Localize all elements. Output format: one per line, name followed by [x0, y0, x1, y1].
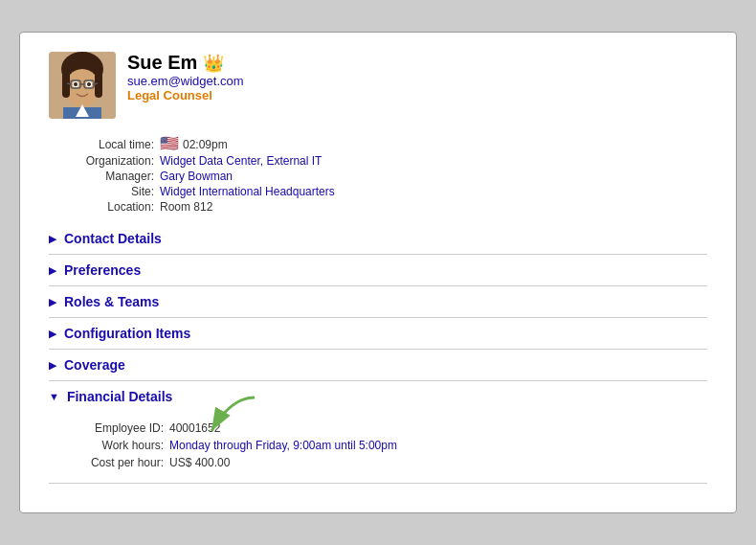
work-hours-label: Work hours: — [49, 439, 164, 452]
financial-header[interactable]: ▼ Financial Details — [49, 381, 707, 412]
location-row: Location: Room 812 — [58, 200, 707, 214]
site-label: Site: — [58, 185, 154, 198]
configuration-items-arrow: ▶ — [49, 328, 56, 340]
employee-id-label: Employee ID: — [49, 421, 164, 435]
svg-point-8 — [87, 82, 91, 86]
roles-teams-section[interactable]: ▶ Roles & Teams — [49, 286, 707, 318]
info-table: Local time: 🇺🇸02:09pm Organization: Widg… — [58, 134, 707, 214]
site-value: Widget International Headquarters — [160, 185, 335, 198]
work-hours-row: Work hours: Monday through Friday, 9:00a… — [49, 439, 707, 452]
profile-card: Sue Em 👑 sue.em@widget.com Legal Counsel… — [19, 32, 737, 513]
roles-teams-label: Roles & Teams — [64, 294, 159, 309]
roles-teams-arrow: ▶ — [49, 296, 56, 308]
manager-row: Manager: Gary Bowman — [58, 170, 707, 183]
manager-value: Gary Bowman — [160, 170, 233, 183]
sections-container: ▶ Contact Details ▶ Preferences ▶ Roles … — [49, 223, 707, 381]
configuration-items-section[interactable]: ▶ Configuration Items — [49, 318, 707, 350]
svg-line-13 — [94, 83, 98, 84]
local-time-value: 🇺🇸02:09pm — [160, 134, 228, 152]
svg-point-2 — [65, 69, 100, 107]
profile-info: Sue Em 👑 sue.em@widget.com Legal Counsel — [127, 52, 244, 102]
name-row: Sue Em 👑 — [127, 52, 244, 74]
annotation-arrow — [192, 393, 269, 443]
email-link[interactable]: sue.em@widget.com — [127, 74, 244, 88]
location-value: Room 812 — [160, 200, 212, 214]
job-title: Legal Counsel — [127, 88, 244, 102]
org-label: Organization: — [58, 154, 154, 168]
manager-link[interactable]: Gary Bowman — [160, 170, 233, 183]
svg-point-7 — [74, 82, 78, 86]
manager-label: Manager: — [58, 170, 154, 183]
contact-details-arrow: ▶ — [49, 233, 56, 245]
svg-line-12 — [67, 83, 71, 84]
financial-content: Employee ID: 40001652 Work hours: Monday… — [49, 412, 707, 483]
cost-value: US$ 400.00 — [169, 456, 230, 469]
contact-details-section[interactable]: ▶ Contact Details — [49, 223, 707, 255]
crown-icon: 👑 — [203, 53, 224, 74]
local-time-label: Local time: — [58, 138, 154, 151]
profile-header: Sue Em 👑 sue.em@widget.com Legal Counsel — [49, 52, 707, 119]
site-row: Site: Widget International Headquarters — [58, 185, 707, 198]
location-label: Location: — [58, 200, 154, 214]
preferences-arrow: ▶ — [49, 264, 56, 277]
preferences-label: Preferences — [64, 262, 141, 278]
coverage-label: Coverage — [64, 357, 125, 373]
local-time-row: Local time: 🇺🇸02:09pm — [58, 134, 707, 152]
org-row: Organization: Widget Data Center, Extern… — [58, 154, 707, 168]
cost-label: Cost per hour: — [49, 456, 164, 469]
coverage-arrow: ▶ — [49, 359, 56, 372]
coverage-section[interactable]: ▶ Coverage — [49, 350, 707, 381]
configuration-items-label: Configuration Items — [64, 326, 190, 341]
financial-label: Financial Details — [67, 389, 172, 404]
cost-row: Cost per hour: US$ 400.00 — [49, 456, 707, 469]
avatar — [49, 52, 116, 119]
contact-details-label: Contact Details — [64, 231, 162, 246]
site-link[interactable]: Widget International Headquarters — [160, 185, 335, 198]
flag-icon: 🇺🇸 — [160, 135, 179, 151]
financial-arrow: ▼ — [49, 391, 59, 402]
financial-section: ▼ Financial Details Employee ID: 4000165… — [49, 381, 707, 484]
employee-id-row: Employee ID: 40001652 — [49, 421, 707, 435]
org-value: Widget Data Center, External IT — [160, 154, 322, 168]
preferences-section[interactable]: ▶ Preferences — [49, 255, 707, 286]
profile-name: Sue Em — [127, 52, 197, 74]
org-link[interactable]: Widget Data Center, External IT — [160, 154, 322, 168]
